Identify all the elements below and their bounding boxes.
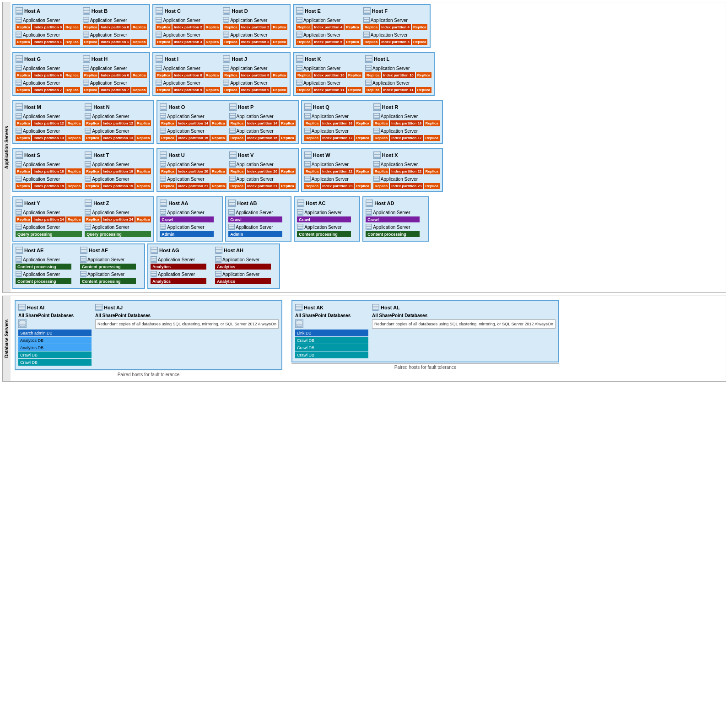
service-row-2: ReplicaIndex partition 15Replica — [160, 135, 226, 141]
replica-badge: Replica — [304, 135, 320, 141]
svg-rect-118 — [223, 82, 229, 84]
svg-rect-21 — [83, 32, 89, 34]
app-server-block-2: Application ServerReplicaIndex partition… — [304, 176, 371, 189]
replica-badge: Replica — [16, 168, 31, 174]
svg-rect-101 — [156, 65, 162, 67]
replica-badge: Replica — [64, 72, 80, 78]
replica-badge: Replica — [296, 87, 312, 93]
replica-badge: Replica — [66, 168, 82, 174]
host-column: Host A Application ServerReplicaIndex pa… — [16, 7, 80, 45]
replica-badge: Replica — [223, 72, 238, 78]
svg-rect-265 — [305, 152, 311, 154]
svg-rect-26 — [156, 11, 162, 13]
svg-rect-107 — [156, 85, 161, 86]
svg-rect-113 — [223, 65, 229, 67]
service-row-2: ReplicaIndex partition 19Replica — [16, 183, 82, 189]
svg-rect-390 — [151, 259, 156, 261]
service-badge: Content processing — [80, 278, 136, 284]
index-partition-badge: Index partition 10 — [313, 72, 345, 78]
app-server-label: Application Server — [85, 113, 151, 119]
index-partition-badge: Index partition 11 — [313, 87, 345, 93]
app-server-block: Application ServerAnalytics — [151, 271, 212, 284]
svg-rect-293 — [16, 210, 22, 211]
replica-badge: Replica — [66, 135, 82, 141]
replica-badge: Replica — [131, 72, 147, 78]
index-partition-badge: Index partition 10 — [382, 72, 415, 78]
svg-rect-62 — [364, 11, 370, 13]
service-row: ReplicaIndex partition 2Replica — [223, 24, 287, 30]
svg-rect-230 — [85, 155, 92, 157]
single-host-box: Host AD Application ServerCrawl Applicat… — [362, 196, 429, 242]
replica-badge: Replica — [271, 87, 287, 93]
svg-rect-235 — [86, 166, 90, 167]
svg-rect-363 — [16, 253, 22, 254]
svg-rect-281 — [374, 162, 379, 163]
svg-rect-134 — [366, 59, 372, 61]
svg-rect-143 — [366, 85, 371, 86]
svg-rect-346 — [297, 227, 303, 228]
svg-rect-386 — [151, 250, 157, 252]
svg-rect-267 — [305, 157, 311, 158]
app-server-label: Application Server — [156, 17, 220, 23]
app-server-block-2: Application ServerReplicaIndex partition… — [229, 176, 296, 189]
svg-rect-253 — [230, 152, 236, 154]
svg-rect-313 — [160, 200, 167, 202]
app-server-label-2: Application Server — [85, 128, 151, 134]
app-server-block-2: Application ServerReplicaIndex partition… — [365, 80, 431, 93]
service-row: ReplicaIndex partition 4Replica — [363, 24, 428, 30]
replica-badge: Replica — [16, 120, 31, 126]
svg-rect-362 — [16, 250, 22, 252]
svg-rect-403 — [216, 261, 221, 262]
svg-rect-271 — [305, 166, 310, 167]
svg-rect-61 — [364, 8, 370, 10]
svg-rect-397 — [216, 247, 222, 249]
svg-rect-1 — [16, 8, 22, 10]
svg-rect-213 — [374, 128, 379, 130]
svg-rect-14 — [83, 11, 90, 13]
replica-badge: Replica — [345, 24, 360, 30]
paired-hosts-label: Paired hosts for fault tolerance — [15, 371, 282, 377]
host-pair-block: Host E Application ServerReplicaIndex pa… — [293, 4, 431, 48]
host-column: Host O Application ServerReplicaIndex pa… — [160, 103, 226, 141]
db-host-title: Host AL — [372, 304, 555, 311]
replica-badge: Replica — [83, 39, 98, 45]
svg-rect-158 — [85, 107, 92, 109]
app-server-label: Application Server — [16, 17, 80, 23]
svg-rect-290 — [16, 203, 22, 205]
svg-rect-70 — [364, 34, 369, 36]
svg-rect-215 — [374, 133, 379, 134]
svg-rect-242 — [160, 155, 167, 157]
app-server-block: Application ServerReplicaIndex partition… — [85, 209, 151, 222]
host-column: Host M Application ServerReplicaIndex pa… — [16, 103, 82, 141]
svg-rect-389 — [151, 257, 156, 259]
host-title: Host V — [229, 151, 296, 159]
svg-rect-383 — [81, 276, 86, 277]
index-partition-badge: Index partition 8 — [173, 72, 204, 78]
svg-rect-294 — [16, 212, 22, 214]
replica-badge: Replica — [280, 168, 295, 174]
replica-badge: Replica — [85, 120, 100, 126]
svg-rect-66 — [364, 20, 369, 22]
db-item: Crawl DB — [295, 337, 368, 344]
index-partition-badge: Index partition 4 — [313, 24, 344, 30]
svg-rect-227 — [16, 181, 21, 182]
replica-badge: Replica — [135, 120, 151, 126]
host-title: Host I — [156, 55, 220, 63]
host-column: Host G Application ServerReplicaIndex pa… — [16, 55, 80, 93]
service-row-2: ReplicaIndex partition 13Replica — [16, 135, 82, 141]
service-row-2: ReplicaIndex partition 21Replica — [229, 183, 296, 189]
svg-rect-361 — [16, 247, 22, 249]
index-partition-badge: Index partition 12 — [32, 120, 65, 126]
svg-rect-420 — [96, 307, 102, 309]
svg-rect-251 — [161, 181, 165, 182]
svg-rect-117 — [223, 80, 229, 82]
app-server-block-2: Application ServerReplicaIndex partition… — [83, 80, 147, 93]
svg-rect-166 — [85, 130, 91, 132]
app-server-block: Application ServerReplicaIndex partition… — [223, 65, 287, 78]
replica-badge: Replica — [83, 72, 98, 78]
single-host-box: Host AA Application ServerCrawl Applicat… — [156, 196, 223, 242]
index-partition-badge: Index partition 3 — [240, 39, 271, 45]
index-partition-badge: Index partition 21 — [246, 183, 279, 189]
svg-rect-367 — [16, 261, 21, 262]
svg-rect-399 — [216, 253, 221, 254]
